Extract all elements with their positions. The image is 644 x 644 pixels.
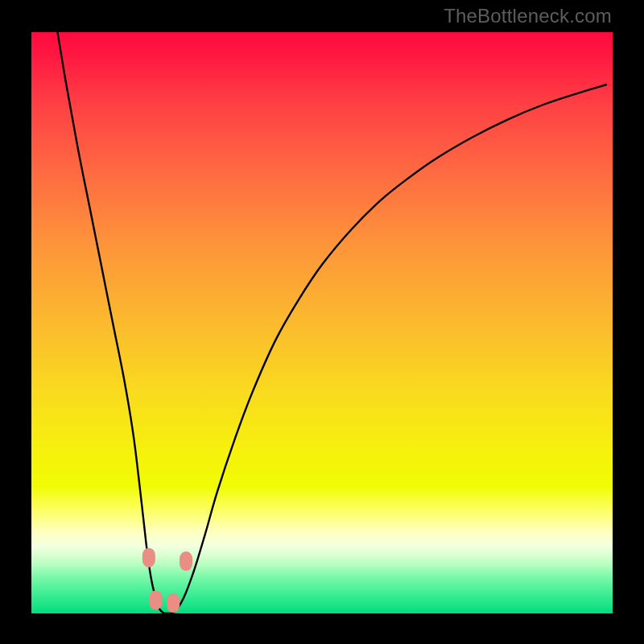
watermark-text: TheBottleneck.com (444, 5, 612, 27)
curve-marker (142, 548, 155, 568)
curve-path (57, 32, 606, 613)
plot-area (31, 32, 613, 613)
curve-marker (167, 593, 180, 613)
bottleneck-curve (31, 32, 613, 613)
curve-marker (180, 551, 192, 571)
curve-markers (142, 548, 192, 613)
curve-marker (150, 590, 163, 609)
chart-frame: TheBottleneck.com (0, 0, 644, 644)
